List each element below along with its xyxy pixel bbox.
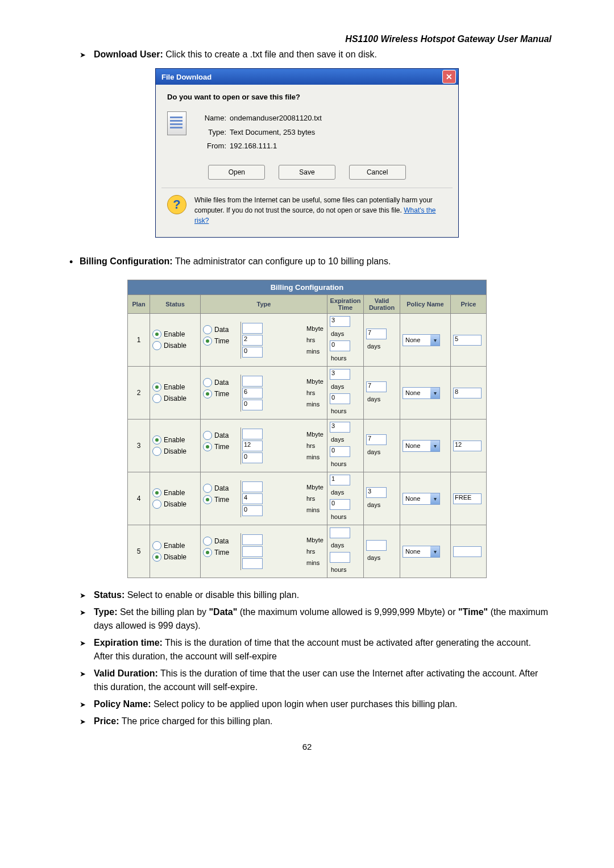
radio-icon[interactable]: [152, 488, 161, 497]
status-cell: Enable Disable: [150, 525, 201, 578]
radio-icon[interactable]: [152, 541, 161, 550]
radio-icon[interactable]: [203, 325, 212, 334]
enable-radio-row[interactable]: Enable: [152, 434, 198, 446]
disable-radio-row[interactable]: Disable: [152, 499, 198, 510]
days-unit: days: [330, 487, 361, 498]
disable-radio-row[interactable]: Disable: [152, 446, 198, 457]
time-radio-row[interactable]: Time: [203, 547, 238, 558]
radio-icon[interactable]: [203, 537, 212, 546]
price-input[interactable]: FREE: [453, 493, 482, 504]
exp-hours-input[interactable]: 0: [330, 393, 350, 404]
time-radio-row[interactable]: Time: [203, 441, 238, 452]
hrs-input[interactable]: 4: [242, 493, 263, 504]
time-label: Time: [214, 443, 229, 451]
time-radio-row[interactable]: Time: [203, 388, 238, 400]
enable-radio-row[interactable]: Enable: [152, 540, 198, 551]
data-radio-row[interactable]: Data: [203, 324, 238, 335]
radio-icon[interactable]: [203, 378, 212, 387]
policy-select[interactable]: None ▾: [403, 387, 440, 399]
radio-icon[interactable]: [203, 389, 212, 398]
note-type-text-a: Set the billing plan by: [117, 607, 209, 617]
valid-days-input[interactable]: [366, 540, 387, 551]
enable-radio-row[interactable]: Enable: [152, 381, 198, 393]
data-radio-row[interactable]: Data: [203, 377, 238, 388]
valid-days-input[interactable]: 3: [366, 487, 387, 498]
radio-icon[interactable]: [203, 484, 212, 493]
policy-select[interactable]: None ▾: [403, 493, 440, 505]
dialog-title: File Download: [161, 73, 442, 81]
radio-icon[interactable]: [152, 447, 161, 456]
mbyte-input[interactable]: [242, 481, 263, 492]
disable-radio-row[interactable]: Disable: [152, 393, 198, 404]
col-policy: Policy Name: [400, 295, 451, 314]
mins-input[interactable]: [242, 558, 263, 569]
hrs-input[interactable]: 6: [242, 388, 263, 398]
policy-select[interactable]: None ▾: [403, 440, 440, 452]
mbyte-input[interactable]: [242, 376, 263, 387]
price-input[interactable]: 8: [453, 388, 482, 398]
valid-days-input[interactable]: 7: [366, 434, 387, 445]
time-radio-row[interactable]: Time: [203, 494, 238, 505]
hrs-input[interactable]: 2: [242, 335, 263, 346]
radio-icon[interactable]: [152, 394, 161, 403]
radio-icon[interactable]: [152, 500, 161, 509]
chevron-down-icon[interactable]: ▾: [430, 546, 439, 557]
save-button[interactable]: Save: [279, 165, 335, 180]
disable-radio-row[interactable]: Disable: [152, 340, 198, 351]
exp-hours-input[interactable]: 0: [330, 446, 350, 457]
mins-input[interactable]: 0: [242, 347, 263, 358]
exp-days-input[interactable]: 3: [330, 422, 350, 433]
expiration-cell: days hours: [327, 525, 364, 578]
time-radio-row[interactable]: Time: [203, 335, 238, 347]
exp-days-input[interactable]: [330, 528, 350, 538]
disable-radio-row[interactable]: Disable: [152, 551, 198, 563]
enable-radio-row[interactable]: Enable: [152, 329, 198, 340]
valid-days-input[interactable]: 7: [366, 329, 387, 339]
exp-days-input[interactable]: 3: [330, 369, 350, 380]
chevron-down-icon[interactable]: ▾: [430, 493, 439, 504]
data-radio-row[interactable]: Data: [203, 483, 238, 494]
radio-icon[interactable]: [152, 435, 161, 445]
hrs-input[interactable]: 12: [242, 441, 263, 451]
radio-icon[interactable]: [203, 337, 212, 346]
data-radio-row[interactable]: Data: [203, 430, 238, 441]
hrs-unit: hrs: [305, 440, 327, 451]
radio-icon[interactable]: [203, 442, 212, 451]
radio-icon[interactable]: [203, 431, 212, 440]
mbyte-input[interactable]: [242, 323, 263, 334]
chevron-down-icon[interactable]: ▾: [430, 388, 439, 398]
cancel-button[interactable]: Cancel: [349, 165, 406, 180]
open-button[interactable]: Open: [208, 165, 265, 180]
policy-select[interactable]: None ▾: [403, 546, 440, 558]
hrs-input[interactable]: [242, 546, 263, 557]
policy-select[interactable]: None ▾: [403, 334, 440, 346]
col-type: Type: [201, 295, 327, 314]
exp-hours-input[interactable]: [330, 552, 350, 563]
chevron-down-icon[interactable]: ▾: [430, 441, 439, 451]
radio-icon[interactable]: [152, 341, 161, 350]
exp-days-input[interactable]: 3: [330, 316, 350, 327]
type-values: 12 0: [241, 427, 305, 464]
enable-radio-row[interactable]: Enable: [152, 487, 198, 499]
exp-hours-input[interactable]: 0: [330, 340, 350, 351]
radio-icon[interactable]: [152, 330, 161, 339]
radio-icon[interactable]: [203, 495, 212, 504]
mbyte-input[interactable]: [242, 534, 263, 545]
price-input[interactable]: 5: [453, 335, 482, 346]
close-icon[interactable]: ✕: [442, 70, 456, 84]
disable-label: Disable: [164, 342, 186, 350]
exp-days-input[interactable]: 1: [330, 475, 350, 485]
radio-icon[interactable]: [152, 383, 161, 392]
mins-input[interactable]: 0: [242, 452, 263, 463]
price-input[interactable]: [453, 546, 482, 557]
exp-hours-input[interactable]: 0: [330, 499, 350, 510]
mins-input[interactable]: 0: [242, 505, 263, 516]
price-input[interactable]: 12: [453, 441, 482, 451]
data-radio-row[interactable]: Data: [203, 535, 238, 547]
radio-icon[interactable]: [152, 553, 161, 562]
valid-days-input[interactable]: 7: [366, 381, 387, 392]
mbyte-input[interactable]: [242, 429, 263, 439]
radio-icon[interactable]: [203, 548, 212, 557]
mins-input[interactable]: 0: [242, 400, 263, 410]
chevron-down-icon[interactable]: ▾: [430, 335, 439, 346]
